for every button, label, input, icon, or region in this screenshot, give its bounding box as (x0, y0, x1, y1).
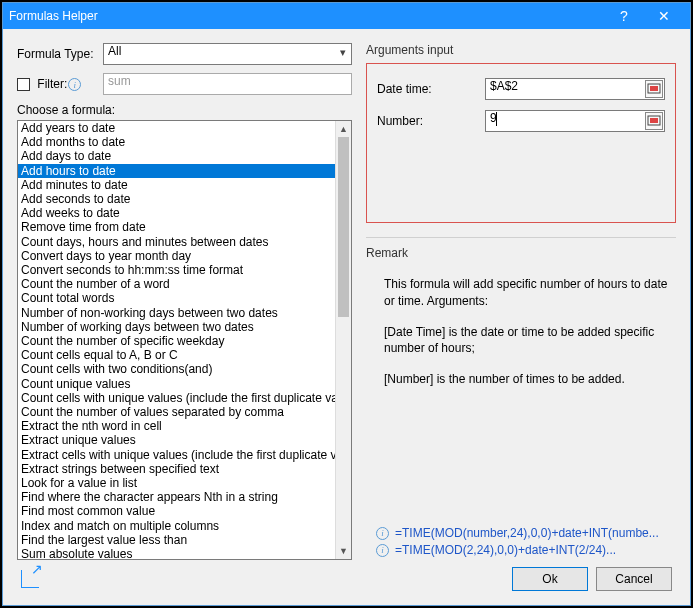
scroll-up-icon[interactable]: ▲ (336, 121, 351, 137)
list-item[interactable]: Sum absolute values (18, 547, 335, 559)
scroll-down-icon[interactable]: ▼ (336, 543, 351, 559)
list-item[interactable]: Add seconds to date (18, 192, 335, 206)
info-icon: i (376, 544, 389, 557)
info-icon: i (376, 527, 389, 540)
list-item[interactable]: Count days, hours and minutes between da… (18, 235, 335, 249)
list-item[interactable]: Add days to date (18, 149, 335, 163)
ok-button[interactable]: Ok (512, 567, 588, 591)
remark-group: Remark This formula will add specific nu… (366, 237, 676, 388)
date-time-label: Date time: (377, 82, 485, 96)
remark-p2: [Date Time] is the date or time to be ad… (384, 324, 674, 358)
list-item[interactable]: Add minutes to date (18, 178, 335, 192)
formula-preview-1[interactable]: i =TIME(MOD(number,24),0,0)+date+INT(num… (375, 526, 670, 540)
dialog-window: Formulas Helper ? ✕ Formula Type: All Fi… (2, 2, 691, 606)
list-item[interactable]: Extract strings between specified text (18, 462, 335, 476)
filter-input[interactable]: sum (103, 73, 352, 95)
formula-listbox[interactable]: Add years to dateAdd months to dateAdd d… (17, 120, 352, 560)
choose-formula-label: Choose a formula: (17, 103, 352, 117)
list-item[interactable]: Convert seconds to hh:mm:ss time format (18, 263, 335, 277)
list-item[interactable]: Count cells with unique values (include … (18, 391, 335, 405)
remark-p1: This formula will add specific number of… (384, 276, 674, 310)
list-item[interactable]: Find most common value (18, 504, 335, 518)
list-item[interactable]: Count cells with two conditions(and) (18, 362, 335, 376)
list-item[interactable]: Number of working days between two dates (18, 320, 335, 334)
number-label: Number: (377, 114, 485, 128)
list-item[interactable]: Count total words (18, 291, 335, 305)
filter-label: Filter: (37, 77, 67, 91)
list-item[interactable]: Index and match on multiple columns (18, 519, 335, 533)
list-item[interactable]: Count cells equal to A, B or C (18, 348, 335, 362)
list-item[interactable]: Add weeks to date (18, 206, 335, 220)
list-item[interactable]: Add months to date (18, 135, 335, 149)
scrollbar[interactable]: ▲ ▼ (335, 121, 351, 559)
date-time-range-button[interactable] (645, 80, 663, 98)
svg-rect-3 (650, 118, 658, 123)
list-item[interactable]: Number of non-working days between two d… (18, 306, 335, 320)
list-item[interactable]: Look for a value in list (18, 476, 335, 490)
list-item[interactable]: Extract the nth word in cell (18, 419, 335, 433)
titlebar: Formulas Helper ? ✕ (3, 3, 690, 29)
help-button[interactable]: ? (604, 8, 644, 24)
list-item[interactable]: Convert days to year month day (18, 249, 335, 263)
formula-type-value: All (108, 44, 121, 58)
list-item[interactable]: Find where the character appears Nth in … (18, 490, 335, 504)
list-item[interactable]: Count the number of values separated by … (18, 405, 335, 419)
list-item[interactable]: Add hours to date (18, 164, 335, 178)
number-input[interactable]: 9 (485, 110, 665, 132)
scroll-thumb[interactable] (338, 137, 349, 317)
share-icon[interactable] (21, 570, 39, 588)
text-cursor (496, 112, 497, 126)
remark-p3: [Number] is the number of times to be ad… (384, 371, 674, 388)
list-item[interactable]: Count the number of a word (18, 277, 335, 291)
list-item[interactable]: Find the largest value less than (18, 533, 335, 547)
info-icon[interactable]: i (68, 78, 81, 91)
formula-type-select[interactable]: All (103, 43, 352, 65)
formula-preview-2[interactable]: i =TIME(MOD(2,24),0,0)+date+INT(2/24)... (375, 543, 670, 557)
arguments-fieldset: Date time: $A$2 Number: 9 (366, 63, 676, 223)
arguments-group-label: Arguments input (366, 43, 676, 57)
list-item[interactable]: Remove time from date (18, 220, 335, 234)
list-item[interactable]: Add years to date (18, 121, 335, 135)
cancel-button[interactable]: Cancel (596, 567, 672, 591)
remark-group-label: Remark (366, 246, 676, 260)
list-item[interactable]: Extract cells with unique values (includ… (18, 448, 335, 462)
filter-row-label: Filter:i (17, 77, 103, 92)
date-time-input[interactable]: $A$2 (485, 78, 665, 100)
list-item[interactable]: Count unique values (18, 377, 335, 391)
svg-rect-1 (650, 86, 658, 91)
list-item[interactable]: Extract unique values (18, 433, 335, 447)
window-title: Formulas Helper (9, 9, 604, 23)
list-item[interactable]: Count the number of specific weekday (18, 334, 335, 348)
filter-checkbox[interactable] (17, 78, 30, 91)
number-range-button[interactable] (645, 112, 663, 130)
formula-type-label: Formula Type: (17, 47, 103, 61)
close-button[interactable]: ✕ (644, 8, 684, 24)
